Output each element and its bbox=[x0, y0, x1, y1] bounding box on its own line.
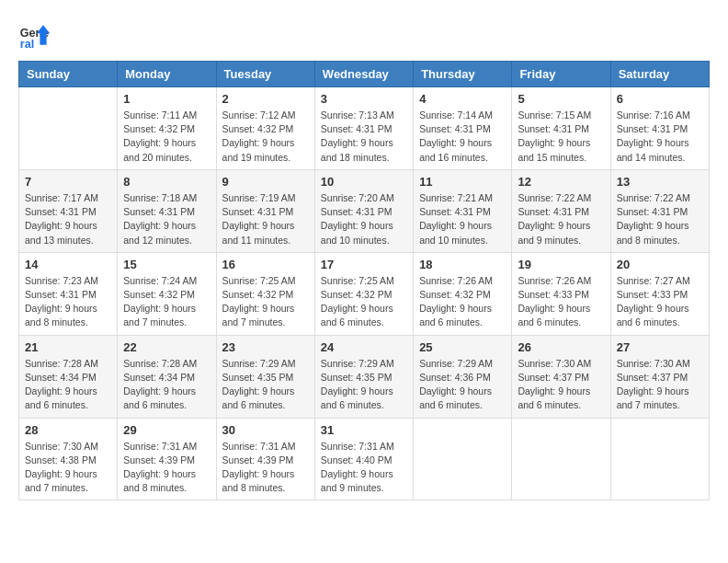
day-info: Sunrise: 7:31 AM Sunset: 4:40 PM Dayligh… bbox=[321, 440, 407, 496]
day-number: 18 bbox=[419, 258, 506, 271]
day-info: Sunrise: 7:25 AM Sunset: 4:32 PM Dayligh… bbox=[321, 274, 407, 330]
logo: Gene ral bbox=[18, 18, 55, 52]
day-number: 8 bbox=[123, 175, 210, 189]
calendar-cell: 3Sunrise: 7:13 AM Sunset: 4:31 PM Daylig… bbox=[314, 87, 413, 170]
calendar-cell: 1Sunrise: 7:11 AM Sunset: 4:32 PM Daylig… bbox=[118, 87, 216, 170]
day-number: 13 bbox=[617, 175, 703, 189]
day-number: 9 bbox=[222, 175, 309, 189]
calendar-cell: 13Sunrise: 7:22 AM Sunset: 4:31 PM Dayli… bbox=[610, 169, 709, 252]
calendar-cell: 21Sunrise: 7:28 AM Sunset: 4:34 PM Dayli… bbox=[19, 335, 118, 418]
day-number: 3 bbox=[321, 92, 407, 106]
day-info: Sunrise: 7:22 AM Sunset: 4:31 PM Dayligh… bbox=[617, 191, 703, 247]
calendar-cell: 25Sunrise: 7:29 AM Sunset: 4:36 PM Dayli… bbox=[414, 335, 512, 418]
day-number: 2 bbox=[222, 92, 309, 106]
calendar-table: SundayMondayTuesdayWednesdayThursdayFrid… bbox=[18, 61, 710, 500]
logo-icon: Gene ral bbox=[18, 18, 51, 52]
calendar-cell: 26Sunrise: 7:30 AM Sunset: 4:37 PM Dayli… bbox=[512, 335, 610, 418]
calendar-cell: 18Sunrise: 7:26 AM Sunset: 4:32 PM Dayli… bbox=[414, 252, 512, 335]
day-info: Sunrise: 7:20 AM Sunset: 4:31 PM Dayligh… bbox=[321, 191, 407, 247]
day-info: Sunrise: 7:16 AM Sunset: 4:31 PM Dayligh… bbox=[617, 109, 703, 165]
calendar-cell: 6Sunrise: 7:16 AM Sunset: 4:31 PM Daylig… bbox=[610, 87, 709, 170]
day-number: 23 bbox=[222, 340, 309, 354]
calendar-cell bbox=[414, 418, 512, 500]
day-info: Sunrise: 7:28 AM Sunset: 4:34 PM Dayligh… bbox=[123, 357, 210, 413]
day-info: Sunrise: 7:30 AM Sunset: 4:38 PM Dayligh… bbox=[25, 440, 111, 496]
calendar-cell: 11Sunrise: 7:21 AM Sunset: 4:31 PM Dayli… bbox=[414, 169, 512, 252]
calendar-cell: 10Sunrise: 7:20 AM Sunset: 4:31 PM Dayli… bbox=[314, 169, 413, 252]
calendar-cell: 16Sunrise: 7:25 AM Sunset: 4:32 PM Dayli… bbox=[216, 252, 314, 335]
day-number: 5 bbox=[518, 92, 604, 106]
day-number: 7 bbox=[25, 175, 111, 189]
day-number: 14 bbox=[25, 258, 111, 271]
calendar-week-row: 28Sunrise: 7:30 AM Sunset: 4:38 PM Dayli… bbox=[19, 418, 710, 500]
calendar-cell: 19Sunrise: 7:26 AM Sunset: 4:33 PM Dayli… bbox=[512, 252, 610, 335]
calendar-cell: 7Sunrise: 7:17 AM Sunset: 4:31 PM Daylig… bbox=[19, 169, 118, 252]
calendar-cell: 12Sunrise: 7:22 AM Sunset: 4:31 PM Dayli… bbox=[512, 169, 610, 252]
day-number: 31 bbox=[321, 423, 407, 437]
calendar-week-row: 21Sunrise: 7:28 AM Sunset: 4:34 PM Dayli… bbox=[19, 335, 710, 418]
day-info: Sunrise: 7:26 AM Sunset: 4:33 PM Dayligh… bbox=[518, 274, 604, 330]
calendar-cell: 17Sunrise: 7:25 AM Sunset: 4:32 PM Dayli… bbox=[314, 252, 413, 335]
day-info: Sunrise: 7:28 AM Sunset: 4:34 PM Dayligh… bbox=[25, 357, 111, 413]
calendar-week-row: 1Sunrise: 7:11 AM Sunset: 4:32 PM Daylig… bbox=[19, 87, 710, 170]
weekday-header-row: SundayMondayTuesdayWednesdayThursdayFrid… bbox=[19, 62, 710, 87]
day-info: Sunrise: 7:27 AM Sunset: 4:33 PM Dayligh… bbox=[617, 274, 703, 330]
calendar-cell: 30Sunrise: 7:31 AM Sunset: 4:39 PM Dayli… bbox=[216, 418, 314, 500]
svg-text:ral: ral bbox=[20, 38, 34, 51]
day-info: Sunrise: 7:13 AM Sunset: 4:31 PM Dayligh… bbox=[321, 109, 407, 165]
day-number: 28 bbox=[25, 423, 111, 437]
calendar-cell: 31Sunrise: 7:31 AM Sunset: 4:40 PM Dayli… bbox=[314, 418, 413, 500]
calendar-cell bbox=[512, 418, 610, 500]
calendar-cell: 29Sunrise: 7:31 AM Sunset: 4:39 PM Dayli… bbox=[118, 418, 216, 500]
day-number: 21 bbox=[25, 340, 111, 354]
calendar-cell: 27Sunrise: 7:30 AM Sunset: 4:37 PM Dayli… bbox=[610, 335, 709, 418]
day-info: Sunrise: 7:21 AM Sunset: 4:31 PM Dayligh… bbox=[419, 191, 506, 247]
day-info: Sunrise: 7:24 AM Sunset: 4:32 PM Dayligh… bbox=[123, 274, 210, 330]
day-number: 25 bbox=[419, 340, 506, 354]
day-info: Sunrise: 7:17 AM Sunset: 4:31 PM Dayligh… bbox=[25, 191, 111, 247]
day-number: 15 bbox=[123, 258, 210, 271]
day-info: Sunrise: 7:29 AM Sunset: 4:35 PM Dayligh… bbox=[321, 357, 407, 413]
calendar-cell: 14Sunrise: 7:23 AM Sunset: 4:31 PM Dayli… bbox=[19, 252, 118, 335]
day-info: Sunrise: 7:11 AM Sunset: 4:32 PM Dayligh… bbox=[123, 109, 210, 165]
weekday-header-tuesday: Tuesday bbox=[216, 62, 314, 87]
day-info: Sunrise: 7:29 AM Sunset: 4:35 PM Dayligh… bbox=[222, 357, 309, 413]
calendar-week-row: 14Sunrise: 7:23 AM Sunset: 4:31 PM Dayli… bbox=[19, 252, 710, 335]
calendar-cell: 4Sunrise: 7:14 AM Sunset: 4:31 PM Daylig… bbox=[414, 87, 512, 170]
calendar-cell bbox=[610, 418, 709, 500]
day-info: Sunrise: 7:18 AM Sunset: 4:31 PM Dayligh… bbox=[123, 191, 210, 247]
day-info: Sunrise: 7:30 AM Sunset: 4:37 PM Dayligh… bbox=[518, 357, 604, 413]
page-header: Gene ral bbox=[18, 18, 710, 52]
day-info: Sunrise: 7:30 AM Sunset: 4:37 PM Dayligh… bbox=[617, 357, 703, 413]
weekday-header-monday: Monday bbox=[118, 62, 216, 87]
day-number: 22 bbox=[123, 340, 210, 354]
day-info: Sunrise: 7:25 AM Sunset: 4:32 PM Dayligh… bbox=[222, 274, 309, 330]
day-info: Sunrise: 7:31 AM Sunset: 4:39 PM Dayligh… bbox=[222, 440, 309, 496]
calendar-cell: 22Sunrise: 7:28 AM Sunset: 4:34 PM Dayli… bbox=[118, 335, 216, 418]
day-number: 16 bbox=[222, 258, 309, 271]
day-number: 4 bbox=[419, 92, 506, 106]
calendar-cell: 20Sunrise: 7:27 AM Sunset: 4:33 PM Dayli… bbox=[610, 252, 709, 335]
weekday-header-friday: Friday bbox=[512, 62, 610, 87]
day-number: 20 bbox=[617, 258, 703, 271]
day-info: Sunrise: 7:12 AM Sunset: 4:32 PM Dayligh… bbox=[222, 109, 309, 165]
day-number: 11 bbox=[419, 175, 506, 189]
day-info: Sunrise: 7:14 AM Sunset: 4:31 PM Dayligh… bbox=[419, 109, 506, 165]
calendar-cell: 2Sunrise: 7:12 AM Sunset: 4:32 PM Daylig… bbox=[216, 87, 314, 170]
day-number: 6 bbox=[617, 92, 703, 106]
day-info: Sunrise: 7:29 AM Sunset: 4:36 PM Dayligh… bbox=[419, 357, 506, 413]
day-number: 27 bbox=[617, 340, 703, 354]
day-info: Sunrise: 7:26 AM Sunset: 4:32 PM Dayligh… bbox=[419, 274, 506, 330]
day-number: 29 bbox=[123, 423, 210, 437]
day-number: 17 bbox=[321, 258, 407, 271]
day-number: 10 bbox=[321, 175, 407, 189]
day-info: Sunrise: 7:22 AM Sunset: 4:31 PM Dayligh… bbox=[518, 191, 604, 247]
day-number: 26 bbox=[518, 340, 604, 354]
calendar-cell: 23Sunrise: 7:29 AM Sunset: 4:35 PM Dayli… bbox=[216, 335, 314, 418]
day-number: 24 bbox=[321, 340, 407, 354]
day-info: Sunrise: 7:31 AM Sunset: 4:39 PM Dayligh… bbox=[123, 440, 210, 496]
day-info: Sunrise: 7:19 AM Sunset: 4:31 PM Dayligh… bbox=[222, 191, 309, 247]
calendar-cell: 28Sunrise: 7:30 AM Sunset: 4:38 PM Dayli… bbox=[19, 418, 118, 500]
calendar-cell bbox=[19, 87, 118, 170]
day-number: 12 bbox=[518, 175, 604, 189]
